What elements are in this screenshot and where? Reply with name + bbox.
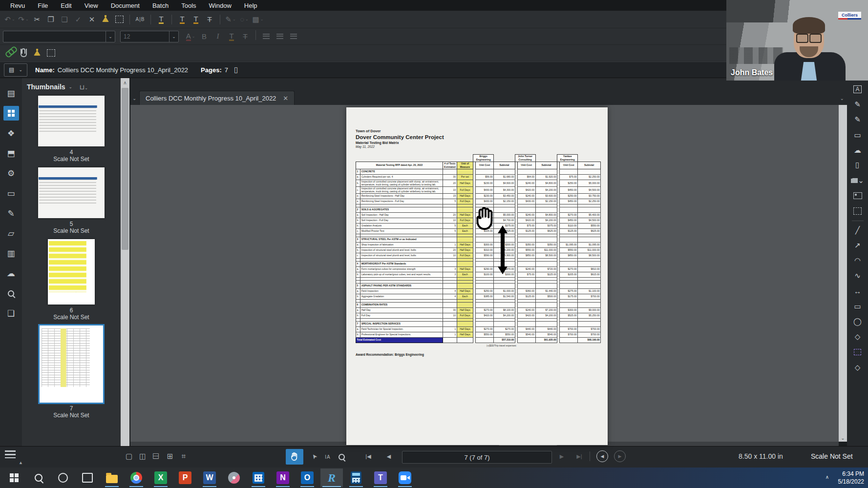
page-number-field[interactable]: 7 (7 of 7) (402, 451, 552, 464)
flag-markup-icon[interactable] (31, 47, 43, 60)
thumbnails-icon[interactable] (3, 106, 19, 121)
tab-overflow-right-icon[interactable]: ⌄ (840, 96, 844, 101)
stamp-icon[interactable]: ⌄ (850, 175, 866, 186)
close-icon[interactable]: ✕ (283, 95, 288, 102)
taskbar-task-view-icon[interactable] (76, 468, 99, 487)
split-horizontal-icon[interactable]: ◫ (149, 450, 164, 462)
snapshot-region-icon[interactable] (850, 205, 866, 217)
split-vertical-icon[interactable]: ◫ (137, 449, 148, 464)
arc-icon[interactable]: ◠ (850, 255, 866, 266)
copy-icon[interactable]: ❐ (45, 13, 57, 26)
polyline-icon[interactable]: ∿ (850, 270, 866, 282)
taskbar-onenote-icon[interactable]: N (272, 468, 294, 487)
image-icon[interactable] (850, 190, 866, 202)
scroll-down-icon[interactable]: ⌄ (839, 435, 847, 441)
zoom-tool-icon[interactable] (336, 449, 347, 464)
thumbnails-scrollbar[interactable]: ∧ (121, 78, 129, 447)
pan-tool-button[interactable] (286, 449, 303, 465)
highlighter-icon[interactable]: ◌⌄ (238, 13, 250, 26)
undo-icon[interactable]: ↶⌄ (4, 13, 16, 26)
font-size-select[interactable]: 12 ⌄ (120, 31, 179, 42)
eraser-icon[interactable]: ▩⌄ (252, 13, 264, 26)
thumbnail-page-5[interactable] (38, 167, 105, 218)
pen-icon[interactable]: ✎⌄ (225, 13, 236, 26)
cloud-icon[interactable]: ☁ (850, 144, 866, 156)
taskbar-paint-icon[interactable] (223, 468, 245, 487)
line-icon[interactable]: ╱ (850, 224, 866, 236)
menu-tools[interactable]: Tools (175, 2, 202, 9)
taskbar-zoom-icon[interactable] (394, 468, 416, 487)
text-squiggly-icon[interactable]: T (190, 13, 202, 26)
taskbar-start-icon[interactable] (3, 468, 25, 487)
underline-icon[interactable]: T (226, 30, 237, 43)
menu-document[interactable]: Document (105, 2, 146, 9)
redo-icon[interactable]: ↷⌄ (18, 13, 29, 26)
fit-page-icon[interactable]: ▢ (123, 449, 135, 464)
align-left-icon[interactable] (260, 30, 272, 43)
next-page-button[interactable]: ▶ (556, 449, 568, 464)
select-icon[interactable]: ➤ (305, 448, 323, 466)
delete-icon[interactable]: ✕ (86, 13, 98, 26)
taskbar-revu-icon[interactable]: R (320, 468, 343, 487)
taskbar-calculator-icon[interactable] (345, 468, 367, 487)
snapshot-content-icon[interactable] (45, 47, 57, 60)
taskbar-outlook-icon[interactable]: O (296, 468, 318, 487)
taskbar-word-icon[interactable]: W (198, 468, 221, 487)
thumbnail-options-icon[interactable]: ⊔⌄ (80, 83, 88, 91)
menu-edit[interactable]: Edit (54, 2, 78, 9)
studio-icon[interactable]: ▥ (3, 246, 19, 261)
menu-file[interactable]: File (31, 2, 54, 9)
markups-list-icon[interactable]: ✎ (3, 206, 19, 221)
polygon-icon[interactable]: ◇ (850, 331, 866, 343)
show-hidden-icons[interactable]: ∧ (826, 474, 829, 480)
links-icon[interactable]: ☁ (3, 266, 19, 281)
layers-icon[interactable]: ❖ (3, 126, 19, 141)
strikethrough-icon[interactable]: T (239, 30, 251, 43)
next-view-button[interactable]: ▶ (614, 450, 626, 462)
chevron-down-icon[interactable]: ⌄ (106, 31, 115, 42)
thumbnail-page-4[interactable] (38, 96, 105, 146)
taskbar-teams-icon[interactable]: T (369, 468, 392, 487)
settings-icon[interactable]: ⚙ (3, 166, 19, 181)
dimension-icon[interactable]: ↔ (850, 285, 866, 297)
find-replace-icon[interactable]: A|B (134, 13, 146, 26)
menu-revu[interactable]: Revu (4, 2, 31, 9)
hyperlink-icon[interactable] (4, 47, 16, 60)
highlighter-pen-icon[interactable]: ✎ (850, 114, 866, 125)
chevron-down-icon[interactable]: ⌄ (169, 31, 178, 42)
taskbar-file-explorer-icon[interactable] (101, 468, 123, 487)
paste-icon[interactable]: ❏ (59, 13, 70, 26)
menu-view[interactable]: View (78, 2, 105, 9)
panel-expand-icon[interactable]: ▲ (19, 460, 23, 465)
taskbar-search-icon[interactable] (27, 468, 50, 487)
measure-area-icon[interactable]: ◇ (850, 362, 866, 373)
cut-icon[interactable]: ✂ (31, 13, 43, 26)
page-setup-icon[interactable]: ▯ (234, 65, 238, 74)
align-center-icon[interactable] (274, 30, 286, 43)
text-underline-icon[interactable]: T (176, 13, 188, 26)
taskbar-chrome-icon[interactable] (125, 468, 148, 487)
tab-document[interactable]: Colliers DCC Monthly Progress 10_April_2… (139, 91, 295, 105)
menu-batch[interactable]: Batch (146, 2, 175, 9)
bold-icon[interactable]: B (198, 30, 210, 43)
document-switcher[interactable]: ▤ ⌄ (4, 63, 27, 77)
taskbar-cortana-icon[interactable] (52, 468, 74, 487)
apply-check-icon[interactable]: ✓ (72, 13, 84, 26)
menu-help[interactable]: Help (238, 2, 264, 9)
arrow-icon[interactable]: ↗ (850, 240, 866, 251)
thumbnail-page-6[interactable] (48, 239, 95, 305)
callout-icon[interactable]: ▭ (850, 129, 866, 141)
taskbar-clock[interactable]: 6:34 PM 5/18/2022 (838, 470, 864, 486)
scale-readout[interactable]: Scale Not Set (811, 452, 853, 460)
thumbnail-page-7[interactable] (40, 325, 103, 403)
flag-icon[interactable] (100, 13, 111, 26)
attachment-icon[interactable] (18, 47, 29, 60)
taskbar-powerpoint-icon[interactable]: P (174, 468, 196, 487)
extract-pages-icon[interactable]: ⌗ (178, 449, 190, 464)
thumbnails-title[interactable]: Thumbnails (27, 83, 65, 91)
callout-leader-icon[interactable]: ▭ (852, 158, 864, 173)
insert-pages-icon[interactable]: ⊞ (164, 449, 176, 464)
scroll-up-icon[interactable]: ∧ (121, 80, 129, 85)
measure-perimeter-icon[interactable] (850, 346, 866, 358)
chevron-down-icon[interactable]: ⌄ (69, 84, 73, 89)
